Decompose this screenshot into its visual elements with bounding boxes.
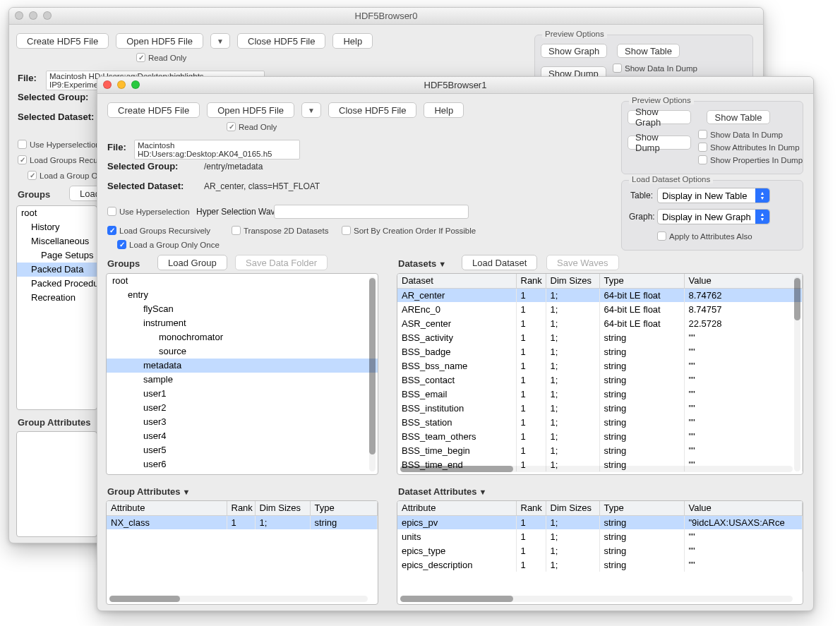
- table-row[interactable]: NX_class11;string: [107, 515, 378, 529]
- datasets-table[interactable]: DatasetRankDim SizesTypeValueAR_center11…: [397, 273, 803, 475]
- column-header[interactable]: Value: [684, 501, 803, 515]
- column-header[interactable]: Dim Sizes: [546, 274, 599, 288]
- zoom-icon[interactable]: [131, 80, 140, 89]
- table-row[interactable]: BSS_bss_name11;string"": [397, 359, 803, 373]
- help-button[interactable]: Help: [332, 33, 373, 49]
- read-only-check[interactable]: Read Only: [227, 122, 277, 131]
- tree-item[interactable]: entry: [107, 288, 378, 302]
- minimize-icon[interactable]: [29, 11, 37, 20]
- apply-to-attributes-check[interactable]: Apply to Attributes Also: [657, 231, 752, 241]
- close-hdf5-button[interactable]: Close HDF5 File: [328, 102, 416, 118]
- list-item[interactable]: Packed Procedures: [17, 277, 97, 291]
- tree-item[interactable]: user4: [107, 429, 378, 443]
- load-group-only-once-check[interactable]: Load a Group Only Once: [117, 240, 220, 249]
- hyper-selection-wave-input[interactable]: [274, 205, 469, 219]
- column-header[interactable]: Rank: [227, 501, 255, 515]
- read-only-check[interactable]: Read Only: [136, 53, 186, 62]
- tree-item[interactable]: user1: [107, 387, 378, 401]
- list-item[interactable]: History: [17, 220, 97, 234]
- scrollbar[interactable]: [794, 277, 800, 471]
- show-graph-button[interactable]: Show Graph: [628, 110, 691, 124]
- sort-by-creation-order-check[interactable]: Sort By Creation Order If Possible: [342, 226, 476, 235]
- load-group-button[interactable]: Load Group: [157, 255, 227, 270]
- column-header[interactable]: Type: [599, 501, 684, 515]
- tree-item[interactable]: metadata: [107, 359, 378, 373]
- save-data-folder-button[interactable]: Save Data Folder: [235, 255, 328, 270]
- close-hdf5-button[interactable]: Close HDF5 File: [237, 33, 325, 49]
- column-header[interactable]: Dim Sizes: [255, 501, 310, 515]
- save-waves-button[interactable]: Save Waves: [546, 255, 619, 270]
- groups-tree[interactable]: rootentryflyScaninstrumentmonochromators…: [106, 273, 378, 475]
- table-row[interactable]: ASR_center11;64-bit LE float22.5728: [397, 316, 803, 330]
- show-properties-in-dump-check[interactable]: Show Properties In Dump: [698, 155, 803, 164]
- table-row[interactable]: BSS_email11;string"": [397, 387, 803, 401]
- use-hyperselection-check[interactable]: Use Hyperselection: [107, 207, 190, 216]
- column-header[interactable]: Value: [684, 274, 803, 288]
- scrollbar[interactable]: [400, 596, 793, 602]
- table-row[interactable]: AREnc_011;64-bit LE float8.74757: [397, 302, 803, 316]
- table-display-select[interactable]: Display in New Table ▲▼: [657, 188, 770, 203]
- list-item[interactable]: Page Setups: [17, 248, 97, 263]
- group-attributes-list[interactable]: [16, 431, 97, 537]
- tree-item[interactable]: root: [107, 274, 378, 288]
- show-table-button[interactable]: Show Table: [707, 110, 770, 124]
- tree-item[interactable]: source: [107, 344, 378, 359]
- column-header[interactable]: Attribute: [397, 501, 516, 515]
- show-table-button[interactable]: Show Table: [617, 44, 680, 58]
- table-row[interactable]: BSS_contact11;string"": [397, 373, 803, 387]
- column-header[interactable]: Rank: [516, 501, 546, 515]
- group-attributes-table[interactable]: AttributeRankDim SizesTypeNX_class11;str…: [106, 500, 378, 605]
- list-item[interactable]: Packed Data: [17, 263, 97, 277]
- minimize-icon[interactable]: [117, 80, 126, 89]
- tree-item[interactable]: user6: [107, 457, 378, 471]
- close-icon[interactable]: [15, 11, 23, 20]
- table-row[interactable]: BSS_station11;string"": [397, 415, 803, 429]
- list-item[interactable]: Miscellaneous: [17, 234, 97, 248]
- tree-item[interactable]: flyScan: [107, 302, 378, 316]
- column-header[interactable]: Type: [310, 501, 378, 515]
- show-data-in-dump-check[interactable]: Show Data In Dump: [698, 130, 783, 139]
- dataset-attributes-header[interactable]: Dataset Attributes: [398, 486, 486, 497]
- table-row[interactable]: epics_type11;string"": [397, 543, 803, 558]
- column-header[interactable]: Rank: [516, 274, 546, 288]
- graph-display-select[interactable]: Display in New Graph ▲▼: [657, 209, 770, 224]
- scrollbar[interactable]: [109, 596, 368, 602]
- open-hdf5-dropdown[interactable]: [301, 102, 321, 118]
- titlebar[interactable]: HDF5Browser0: [9, 8, 763, 25]
- tree-item[interactable]: sample: [107, 373, 378, 387]
- table-row[interactable]: BSS_team_others11;string"": [397, 429, 803, 443]
- list-item[interactable]: Recreation: [17, 291, 97, 305]
- open-hdf5-button[interactable]: Open HDF5 File: [116, 33, 203, 49]
- tree-item[interactable]: user5: [107, 443, 378, 457]
- group-attributes-header[interactable]: Group Attributes: [107, 486, 190, 497]
- table-row[interactable]: epics_pv11;string"9idcLAX:USAXS:ARce: [397, 515, 803, 529]
- list-item[interactable]: root: [17, 206, 97, 220]
- transpose-2d-datasets-check[interactable]: Transpose 2D Datasets: [232, 226, 328, 235]
- table-row[interactable]: epics_description11;string"": [397, 558, 803, 572]
- create-hdf5-button[interactable]: Create HDF5 File: [107, 102, 200, 118]
- create-hdf5-button[interactable]: Create HDF5 File: [16, 33, 109, 49]
- show-graph-button[interactable]: Show Graph: [541, 44, 607, 58]
- show-data-in-dump-check[interactable]: Show Data In Dump: [613, 64, 697, 73]
- tree-item[interactable]: instrument: [107, 316, 378, 330]
- table-row[interactable]: AR_center11;64-bit LE float8.74762: [397, 288, 803, 302]
- tree-item[interactable]: user3: [107, 415, 378, 429]
- datasets-header[interactable]: Datasets: [398, 258, 446, 269]
- column-header[interactable]: Dataset: [397, 274, 516, 288]
- table-row[interactable]: BSS_activity11;string"": [397, 330, 803, 344]
- scrollbar[interactable]: [400, 466, 793, 472]
- groups-list[interactable]: rootHistoryMiscellaneousPage SetupsPacke…: [16, 205, 97, 410]
- open-hdf5-button[interactable]: Open HDF5 File: [207, 102, 294, 118]
- column-header[interactable]: Type: [599, 274, 684, 288]
- show-dump-button[interactable]: Show Dump: [628, 136, 691, 150]
- tree-item[interactable]: user7: [107, 471, 378, 474]
- load-groups-recursively-check[interactable]: Load Groups Recursively: [107, 226, 210, 235]
- use-hyperselection-check[interactable]: Use Hyperselection: [18, 140, 100, 149]
- help-button[interactable]: Help: [424, 102, 464, 118]
- load-dataset-button[interactable]: Load Dataset: [462, 255, 537, 270]
- tree-item[interactable]: user2: [107, 401, 378, 415]
- table-row[interactable]: BSS_institution11;string"": [397, 401, 803, 415]
- open-hdf5-dropdown[interactable]: [210, 33, 230, 49]
- dataset-attributes-table[interactable]: AttributeRankDim SizesTypeValueepics_pv1…: [397, 500, 803, 605]
- table-row[interactable]: units11;string"": [397, 529, 803, 543]
